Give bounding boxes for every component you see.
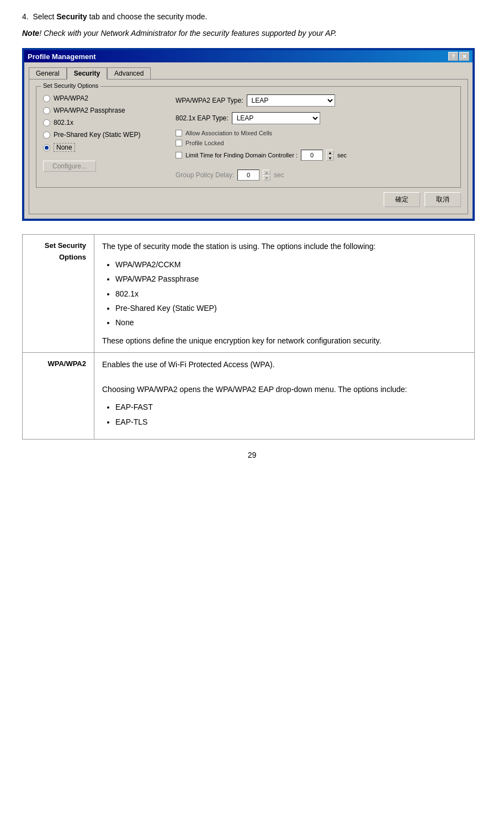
radio-wpa-wpa2[interactable]: WPA/WPA2 xyxy=(43,94,165,102)
left-options: WPA/WPA2 WPA/WPA2 Passphrase 802.1x xyxy=(43,94,165,181)
security-options-outro: These options define the unique encrypti… xyxy=(102,335,466,347)
close-button[interactable]: ✕ xyxy=(459,52,469,61)
dialog-body: General Security Advanced Set Security O… xyxy=(24,62,473,219)
wpa-list: EAP-FAST EAP-TLS xyxy=(115,401,466,428)
radio-psk-label: Pre-Shared Key (Static WEP) xyxy=(54,131,140,139)
wpa-eap-label: WPA/WPA2 EAP Type: xyxy=(176,97,243,104)
note-text: Note! Check with your Network Administra… xyxy=(22,27,482,39)
step-number: 4. xyxy=(22,12,29,21)
dialog-footer: 確定 取消 xyxy=(36,192,461,207)
policy-row: Group Policy Delay: ▲ ▼ sec xyxy=(176,170,454,181)
wpa-label: WPA/WPA2 xyxy=(47,359,86,368)
radio-dot1x-label: 802.1x xyxy=(54,119,73,126)
step-text2: tab and choose the security mode. xyxy=(87,12,208,21)
note-body: ! Check with your Network Administrator … xyxy=(39,29,337,38)
ok-button[interactable]: 確定 xyxy=(384,192,420,207)
radio-psk[interactable]: Pre-Shared Key (Static WEP) xyxy=(43,131,165,139)
radio-none[interactable]: None xyxy=(43,143,165,152)
policy-spinner: ▲ ▼ xyxy=(263,170,270,181)
wpa-intro: Enables the use of Wi-Fi Protected Acces… xyxy=(102,358,466,371)
policy-unit: sec xyxy=(274,171,284,179)
dot1x-eap-select[interactable]: LEAP xyxy=(232,112,320,124)
profile-management-dialog: Profile Management ? ✕ General Security … xyxy=(22,48,475,221)
label-cell-wpa: WPA/WPA2 xyxy=(23,353,94,440)
checkbox-mixed-cells-box xyxy=(176,130,182,136)
domain-input[interactable] xyxy=(301,150,323,161)
radio-dot1x-circle xyxy=(43,119,50,126)
domain-label: Limit Time for Finding Domain Controller… xyxy=(185,152,298,158)
tab-security[interactable]: Security xyxy=(67,67,107,80)
right-options: WPA/WPA2 EAP Type: LEAP 802.1x EAP Type:… xyxy=(176,94,454,181)
domain-spinner-down[interactable]: ▼ xyxy=(326,155,334,161)
checkbox-domain-box[interactable] xyxy=(176,152,182,158)
security-options-intro: The type of security mode the station is… xyxy=(102,240,466,252)
domain-row: Limit Time for Finding Domain Controller… xyxy=(176,150,454,161)
wpa-eap-row: WPA/WPA2 EAP Type: LEAP xyxy=(176,94,454,107)
table-row-security-options: Set SecurityOptions The type of security… xyxy=(23,235,475,353)
policy-spinner-up[interactable]: ▲ xyxy=(263,170,270,175)
radio-wpa-wpa2-label: WPA/WPA2 xyxy=(54,94,88,102)
step-bold: Security xyxy=(56,12,87,21)
list-item: WPA/WPA2/CCKM xyxy=(115,258,466,271)
list-item: EAP-TLS xyxy=(115,416,466,428)
policy-input[interactable] xyxy=(237,170,259,181)
radio-none-label: None xyxy=(54,143,75,152)
security-options-list: WPA/WPA2/CCKM WPA/WPA2 Passphrase 802.1x… xyxy=(115,258,466,329)
list-item: EAP-FAST xyxy=(115,401,466,413)
configure-button[interactable]: Configure... xyxy=(43,161,96,172)
wpa-eap-select[interactable]: LEAP xyxy=(247,94,335,107)
checkbox-profile-locked[interactable]: Profile Locked xyxy=(176,140,454,146)
dialog-title: Profile Management xyxy=(28,52,96,61)
radio-wpa-wpa2-circle xyxy=(43,95,50,102)
titlebar-buttons: ? ✕ xyxy=(448,52,469,61)
list-item: WPA/WPA2 Passphrase xyxy=(115,273,466,285)
page-number: 29 xyxy=(22,451,482,459)
tab-bar: General Security Advanced xyxy=(29,67,468,79)
note-label: Note xyxy=(22,29,39,38)
help-button[interactable]: ? xyxy=(448,52,458,61)
wpa-mid: Choosing WPA/WPA2 opens the WPA/WPA2 EAP… xyxy=(102,383,466,395)
list-item: Pre-Shared Key (Static WEP) xyxy=(115,302,466,314)
tab-general[interactable]: General xyxy=(29,67,67,80)
policy-spinner-down[interactable]: ▼ xyxy=(263,175,270,181)
info-table: Set SecurityOptions The type of security… xyxy=(22,234,475,440)
radio-wpa-passphrase-label: WPA/WPA2 Passphrase xyxy=(54,107,125,114)
domain-unit: sec xyxy=(337,152,347,158)
content-cell-wpa: Enables the use of Wi-Fi Protected Acces… xyxy=(94,353,475,440)
checkbox-profile-locked-label: Profile Locked xyxy=(185,140,224,146)
radio-psk-circle xyxy=(43,131,50,139)
radio-none-circle xyxy=(43,144,50,151)
domain-spinner-up[interactable]: ▲ xyxy=(326,150,334,155)
cancel-button[interactable]: 取消 xyxy=(425,192,461,207)
radio-dot1x[interactable]: 802.1x xyxy=(43,119,165,126)
dialog-titlebar: Profile Management ? ✕ xyxy=(24,50,473,62)
checkbox-mixed-cells[interactable]: Allow Association to Mixed Cells xyxy=(176,130,454,136)
tab-advanced[interactable]: Advanced xyxy=(107,67,151,80)
tab-content-security: Set Security Options WPA/WPA2 WPA/WPA2 P… xyxy=(29,79,468,214)
step-text: 4. Select Security tab and choose the se… xyxy=(22,11,482,23)
checkbox-mixed-cells-label: Allow Association to Mixed Cells xyxy=(185,130,272,136)
domain-spinner: ▲ ▼ xyxy=(326,150,334,161)
list-item: None xyxy=(115,316,466,329)
checkbox-section: Allow Association to Mixed Cells Profile… xyxy=(176,130,454,161)
radio-wpa-passphrase-circle xyxy=(43,107,50,114)
dot1x-eap-label: 802.1x EAP Type: xyxy=(176,114,229,122)
security-options-group: Set Security Options WPA/WPA2 WPA/WPA2 P… xyxy=(36,86,461,188)
options-layout: WPA/WPA2 WPA/WPA2 Passphrase 802.1x xyxy=(43,94,454,181)
security-options-label: Set SecurityOptions xyxy=(45,241,86,261)
content-cell-security-options: The type of security mode the station is… xyxy=(94,235,475,353)
list-item: 802.1x xyxy=(115,288,466,300)
group-label: Set Security Options xyxy=(41,82,100,89)
table-row-wpa: WPA/WPA2 Enables the use of Wi-Fi Protec… xyxy=(23,353,475,440)
radio-wpa-passphrase[interactable]: WPA/WPA2 Passphrase xyxy=(43,107,165,114)
checkbox-profile-locked-box xyxy=(176,140,182,146)
label-cell-security-options: Set SecurityOptions xyxy=(23,235,94,353)
dot1x-eap-row: 802.1x EAP Type: LEAP xyxy=(176,112,454,124)
policy-label: Group Policy Delay: xyxy=(176,171,234,179)
